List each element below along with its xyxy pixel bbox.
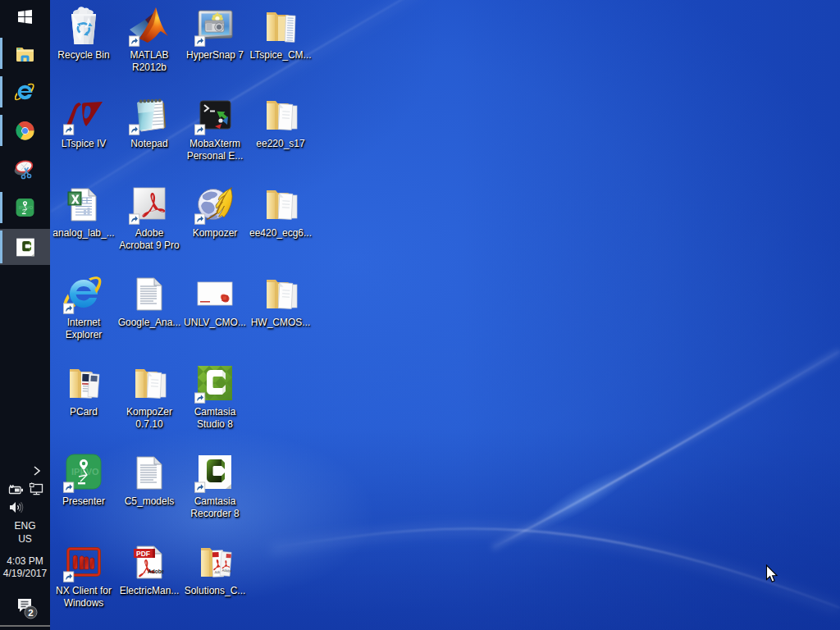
svg-text:PDF: PDF <box>136 550 150 558</box>
svg-text:Adobe: Adobe <box>148 568 165 574</box>
svg-text:2: 2 <box>28 608 33 618</box>
svg-text:Adobe: Adobe <box>221 568 232 573</box>
